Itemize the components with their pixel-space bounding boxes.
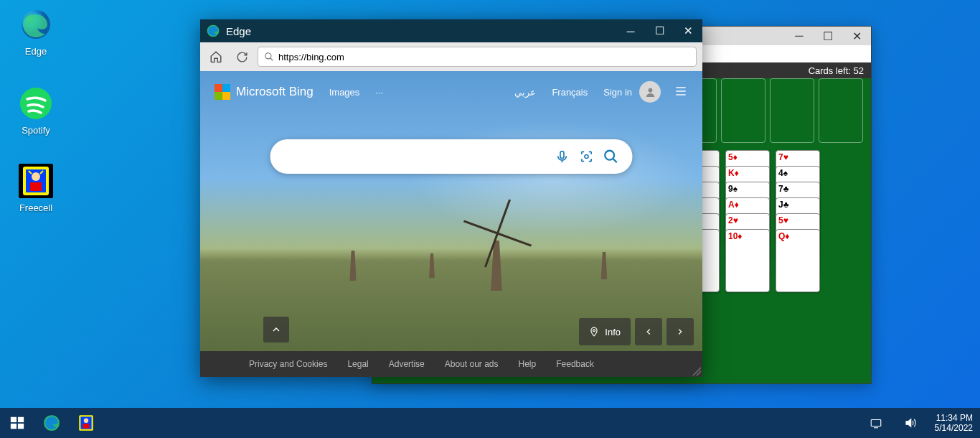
edge-icon	[206, 24, 220, 38]
svg-point-1	[20, 88, 52, 119]
home-cell[interactable]	[770, 78, 814, 143]
search-icon	[264, 52, 274, 62]
svg-point-8	[648, 88, 652, 92]
search-icon[interactable]	[601, 146, 621, 167]
svg-point-10	[585, 155, 588, 159]
url-input[interactable]	[278, 52, 690, 62]
bing-header: Microsoft Bing Images ··· عربي Français …	[200, 71, 702, 113]
edge-toolbar	[200, 42, 702, 71]
hamburger-menu[interactable]	[674, 84, 688, 101]
svg-point-4	[32, 172, 40, 181]
mic-icon[interactable]	[552, 146, 573, 167]
tray-volume-icon[interactable]	[893, 408, 928, 438]
minimize-button[interactable]: ─	[785, 27, 814, 45]
home-cell[interactable]	[819, 78, 863, 143]
footer-about-ads[interactable]: About our ads	[445, 359, 499, 369]
svg-rect-16	[18, 424, 24, 429]
nav-images[interactable]: Images	[329, 87, 360, 98]
bing-page: Microsoft Bing Images ··· عربي Français …	[200, 71, 702, 377]
refresh-button[interactable]	[232, 47, 252, 67]
start-button[interactable]	[0, 408, 34, 438]
svg-rect-14	[18, 417, 24, 422]
svg-rect-13	[11, 417, 17, 422]
edge-titlebar[interactable]: Edge ─ ☐ ✕	[200, 19, 702, 42]
maximize-button[interactable]: ☐	[814, 27, 842, 45]
clock-time: 11:34 PM	[935, 413, 973, 423]
edge-title-text: Edge	[226, 25, 251, 37]
address-bar[interactable]	[258, 47, 697, 67]
search-input[interactable]	[282, 151, 548, 163]
footer-legal[interactable]: Legal	[347, 359, 368, 369]
maximize-button[interactable]: ☐	[645, 19, 674, 42]
info-label: Info	[605, 327, 621, 337]
close-button[interactable]: ✕	[842, 27, 871, 45]
signin-link[interactable]: Sign in	[603, 87, 632, 98]
playing-card[interactable]: 10♦	[725, 229, 770, 292]
svg-rect-9	[560, 152, 564, 159]
clock-date: 5/14/2022	[935, 423, 973, 433]
bing-searchbox[interactable]	[270, 139, 633, 174]
taskbar-edge[interactable]	[34, 408, 69, 438]
footer-privacy[interactable]: Privacy and Cookies	[249, 359, 327, 369]
taskbar-freecell[interactable]	[69, 408, 103, 438]
bing-logo[interactable]: Microsoft Bing	[215, 84, 314, 100]
edge-window: Edge ─ ☐ ✕	[200, 19, 702, 377]
lang-arabic[interactable]: عربي	[514, 87, 536, 98]
svg-rect-15	[11, 424, 17, 429]
svg-point-12	[593, 330, 595, 332]
taskbar: 11:34 PM 5/14/2022	[0, 408, 980, 438]
bing-logo-text: Microsoft Bing	[236, 85, 314, 99]
lang-french[interactable]: Français	[552, 87, 588, 98]
svg-rect-5	[30, 182, 42, 191]
playing-card[interactable]: Q♦	[776, 229, 820, 292]
taskbar-clock[interactable]: 11:34 PM 5/14/2022	[928, 413, 980, 433]
expand-up-button[interactable]	[263, 317, 289, 343]
camera-icon[interactable]	[577, 146, 597, 167]
prev-image-button[interactable]	[635, 318, 662, 345]
image-info-button[interactable]: Info	[579, 318, 631, 345]
desktop-icon-label: Edge	[25, 46, 47, 57]
resize-handle[interactable]	[692, 367, 701, 376]
account-avatar[interactable]	[639, 81, 661, 103]
desktop-icon-label: Spotify	[22, 125, 50, 136]
svg-rect-22	[871, 420, 881, 427]
desktop-icon-edge[interactable]: Edge	[7, 7, 65, 57]
svg-point-20	[84, 419, 89, 424]
bing-footer: Privacy and Cookies Legal Advertise Abou…	[200, 351, 702, 377]
map-pin-icon	[589, 327, 599, 337]
footer-advertise[interactable]: Advertise	[389, 359, 425, 369]
footer-feedback[interactable]: Feedback	[556, 359, 594, 369]
footer-help[interactable]: Help	[519, 359, 537, 369]
svg-point-11	[605, 151, 614, 160]
nav-more[interactable]: ···	[375, 87, 383, 98]
minimize-button[interactable]: ─	[616, 19, 645, 42]
desktop-icon-label: Freecell	[19, 202, 52, 213]
svg-rect-21	[83, 424, 90, 429]
tray-network-icon[interactable]	[859, 408, 893, 438]
home-button[interactable]	[206, 47, 226, 67]
svg-point-7	[265, 53, 271, 59]
desktop-icon-freecell[interactable]: Freecell	[7, 164, 65, 213]
next-image-button[interactable]	[666, 318, 694, 345]
status-cards: Cards left: 52	[809, 65, 864, 76]
home-cell[interactable]	[721, 78, 765, 143]
desktop-icon-spotify[interactable]: Spotify	[7, 86, 65, 136]
microsoft-logo-icon	[215, 84, 230, 100]
close-button[interactable]: ✕	[674, 19, 702, 42]
